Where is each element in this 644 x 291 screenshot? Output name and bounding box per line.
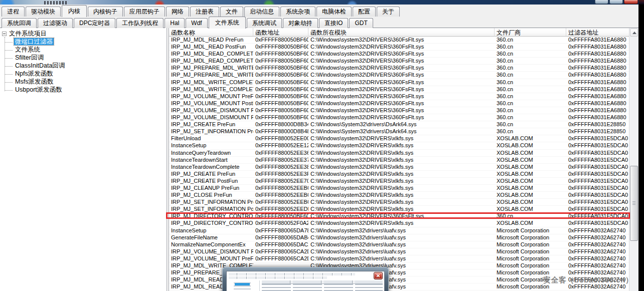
table-row-16[interactable]: InstanceSetup0xFFFFF880052EE12CC:\Window… [169,142,629,149]
table-row-18[interactable]: InstanceTeardownStart0xFFFFF880052EE374C… [169,157,629,164]
table-row-14[interactable]: IRP_MJ_SET_INFORMATION PreFun0xFFFFF8800… [169,128,629,135]
table-row-28[interactable]: InstanceSetup0xFFFFF880065DA784C:\Window… [169,227,629,234]
table-row-5[interactable]: IRP_MJ_PREPARE_MDL_WRITE PreFun0xFFFFF88… [169,65,629,72]
tab-sub-10[interactable]: GDT [349,18,373,28]
table-row-27[interactable]: IRP_MJ_DIRECTORY_CONTROL PostFun0xFFFFF8… [169,220,629,227]
table-row-30[interactable]: NormalizeNameComponentEx0xFFFFF880065DAC… [169,241,629,248]
column-header-0[interactable]: 函数名称 [169,28,253,37]
table-row-15[interactable]: FilterUnload0xFFFFF880052EE008C:\Windows… [169,135,629,142]
table-row-12[interactable]: IRP_MJ_VOLUME_DISMOUNT PostFun0xFFFFF880… [169,114,629,121]
table-cell: 0xFFFFF880052F0A28 [253,220,308,226]
table-cell: C:\Windows\system32\DRIVERS\360FsFlt.sys [308,114,495,121]
table-cell: 0xFFFFFA8031EA6880 [566,51,629,57]
tree-collapse-icon[interactable] [2,32,7,36]
table-row-31[interactable]: IRP_MJ_VOLUME_DISMOUNT PreFun0xFFFFF8800… [169,248,629,255]
table-header: 函数名称函数地址函数所在模块文件厂商过滤器地址 [169,28,629,37]
tab-top-4[interactable]: 应用层钩子 [124,7,165,17]
scrollbar-up-arrow-icon[interactable] [630,29,638,37]
table-cell: 0xFFFFFA8031EA6880 [566,58,629,64]
tab-top-7[interactable]: 文件 [220,7,243,17]
scrollbar-thumb[interactable] [630,166,638,241]
window-close-button[interactable] [624,0,638,4]
table-body: IRP_MJ_MDL_READ PreFun0xFFFFF880050BF600… [169,37,629,290]
tab-sub-8[interactable]: 对象劫持 [283,18,318,28]
tree-item-4[interactable]: Npfs派发函数 [0,70,167,78]
table-row-17[interactable]: InstanceQueryTeardown0xFFFFF880052EE368C… [169,150,629,157]
tab-sub-2[interactable]: DPC定时器 [74,18,115,28]
table-row-4[interactable]: IRP_MJ_MDL_READ_COMPLETE PostFun0xFFFFF8… [169,58,629,65]
tree-item-3[interactable]: ClassInitData回调 [0,62,167,70]
tab-top-2[interactable]: 内核 [62,5,87,17]
table-row-29[interactable]: GenerateFileName0xFFFFF880065DAB48C:\Win… [169,234,629,241]
table-cell: 0xFFFFF88000D8B480 [253,128,308,135]
tab-sub-3[interactable]: 工作队列线程 [116,18,164,28]
tree-item-1[interactable]: 文件系统 [0,46,167,54]
table-row-10[interactable]: IRP_MJ_VOLUME_MOUNT PostFun0xFFFFF880050… [169,100,629,107]
table-row-22[interactable]: IRP_MJ_CLEANUP PreFun0xFFFFF880052EEB00C… [169,185,629,192]
table-cell: IRP_MJ_CREATE PostFun [169,178,253,184]
close-icon[interactable]: ✕ [374,272,383,279]
tab-top-9[interactable]: 系统杂项 [280,7,315,17]
column-header-1[interactable]: 函数地址 [253,28,308,37]
table-cell: 0xFFFFFA8031E5DCA0 [566,199,629,205]
tree-item-label: 微端口过滤器 [14,38,54,45]
tree-root[interactable]: 文件系统项目 [2,30,167,38]
tree-item-2[interactable]: Sfilter回调 [0,54,167,62]
table-row-13[interactable]: IRP_MJ_CREATE PreFun0xFFFFF88000D8B34CC:… [169,121,629,128]
table-row-6[interactable]: IRP_MJ_PREPARE_MDL_WRITE PostFun0xFFFFF8… [169,72,629,79]
column-header-4[interactable]: 过滤器地址 [566,28,629,37]
tab-top-11[interactable]: 配置 [353,7,376,17]
tab-sub-9[interactable]: 直接IO [319,18,349,28]
window-minimize-button[interactable] [595,0,608,4]
tree-item-label: ClassInitData回调 [14,62,66,69]
table-row-2[interactable]: IRP_MJ_MDL_READ PostFun0xFFFFF880050BF60… [169,44,629,51]
tab-top-8[interactable]: 启动信息 [244,7,279,17]
table-cell: 360.cn [495,37,566,43]
tree-item-0[interactable]: 微端口过滤器 [0,38,167,46]
tab-top-10[interactable]: 电脑体检 [316,7,352,17]
tab-sub-7[interactable]: 系统调试 [247,18,282,28]
red-highlight-box [166,212,630,219]
table-cell: 360.cn [495,79,566,86]
tab-top-3[interactable]: 内核钩子 [88,7,123,17]
tab-sub-0[interactable]: 系统回调 [2,18,37,28]
table-row-1[interactable]: IRP_MJ_MDL_READ PreFun0xFFFFF880050BF600… [169,37,629,44]
tab-top-12[interactable]: 关于 [377,7,400,17]
table-cell: 0xFFFFFA8032A62740 [566,262,629,269]
table-cell: Microsoft Corporation [495,227,566,234]
table-cell: InstanceSetup [169,142,253,149]
tree-item-6[interactable]: Usbport派发函数 [0,86,167,94]
table-row-19[interactable]: InstanceTeardownComplete0xFFFFF880052EE3… [169,164,629,171]
tab-top-0[interactable]: 进程 [2,7,25,17]
table-cell: 0xFFFFFA8032A62740 [566,255,629,262]
tab-sub-1[interactable]: 过滤驱动 [38,18,73,28]
table-row-23[interactable]: IRP_MJ_CLOSE PreFun0xFFFFF880052EEB00C:\… [169,192,629,199]
table-cell: C:\Windows\System32\drivers\DsArk64.sys [308,128,495,135]
column-header-3[interactable]: 文件厂商 [495,28,566,37]
table-row-20[interactable]: IRP_MJ_CREATE PreFun0xFFFFF880052EE3F8C:… [169,171,629,178]
vertical-scrollbar[interactable] [629,28,638,291]
tab-sub-4[interactable]: Hal [165,18,185,28]
table-row-21[interactable]: IRP_MJ_CREATE PostFun0xFFFFF880052EE704C… [169,178,629,185]
table-cell: 0xFFFFFA8031E28850 [566,128,629,135]
tab-top-5[interactable]: 网络 [166,7,189,17]
tab-sub-5[interactable]: Wdf [186,18,207,28]
table-cell: 0xFFFFF880052EE374 [253,157,308,163]
column-header-2[interactable]: 函数所在模块 [308,28,495,37]
table-cell: XOSLAB.COM [495,206,566,212]
table-row-8[interactable]: IRP_MJ_MDL_WRITE_COMPLETE PostFun0xFFFFF… [169,86,629,93]
table-row-3[interactable]: IRP_MJ_MDL_READ_COMPLETE PreFun0xFFFFF88… [169,51,629,58]
tab-top-6[interactable]: 注册表 [190,7,219,17]
tab-top-1[interactable]: 驱动模块 [26,7,61,17]
table-cell: 0xFFFFFA8031EA6880 [566,79,629,86]
table-row-32[interactable]: IRP_MJ_VOLUME_MOUNT PreFun0xFFFFF880065C… [169,255,629,262]
tree-item-label: Usbport派发函数 [14,86,63,93]
tab-sub-6[interactable]: 文件系统 [209,17,246,29]
table-row-9[interactable]: IRP_MJ_VOLUME_MOUNT PreFun0xFFFFF880050B… [169,93,629,100]
table-cell: 0xFFFFF880052EE3F8 [253,171,308,177]
tree-item-5[interactable]: Msfs派发函数 [0,78,167,86]
table-row-7[interactable]: IRP_MJ_MDL_WRITE_COMPLETE PreFun0xFFFFF8… [169,79,629,86]
window-maximize-button[interactable] [609,0,623,4]
table-row-11[interactable]: IRP_MJ_VOLUME_DISMOUNT PreFun0xFFFFF8800… [169,107,629,114]
table-row-24[interactable]: IRP_MJ_SET_INFORMATION PreFun0xFFFFF8800… [169,199,629,206]
